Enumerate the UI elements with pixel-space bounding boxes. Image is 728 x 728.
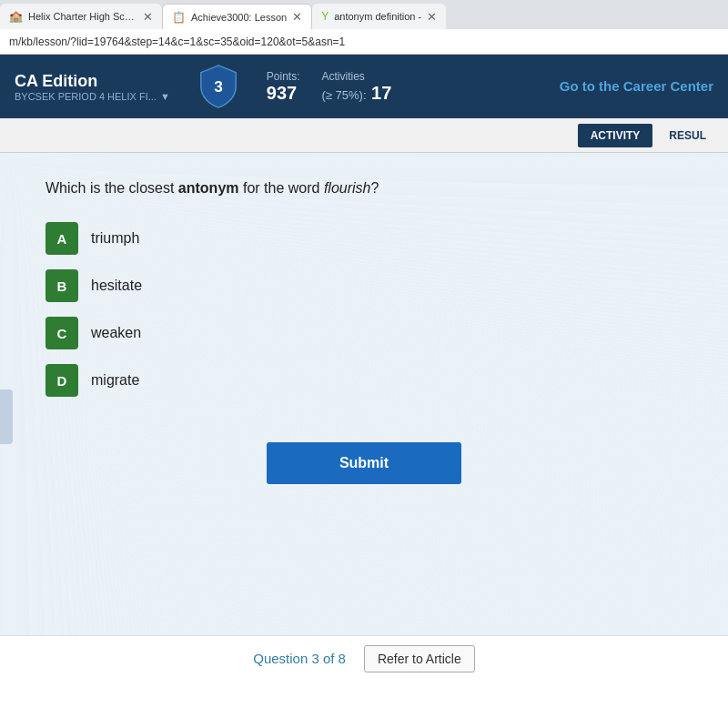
points-block: Points: 937 — [267, 70, 300, 104]
question-bold: antonym — [178, 180, 239, 196]
activities-value: (≥ 75%): 17 — [321, 83, 391, 104]
question-text-middle: for the word — [239, 180, 324, 196]
brand-title: CA Edition — [15, 72, 170, 91]
submit-container: Submit — [36, 442, 692, 484]
option-d[interactable]: D migrate — [46, 364, 692, 397]
tab-achieve-close[interactable]: ✕ — [292, 10, 302, 24]
tab-achieve[interactable]: 📋 Achieve3000: Lesson ✕ — [162, 4, 312, 29]
tab-antonym[interactable]: Y antonym definition - ✕ — [312, 4, 446, 29]
option-a-text: triumph — [91, 230, 139, 247]
activities-block: Activities (≥ 75%): 17 — [321, 70, 391, 104]
option-a[interactable]: A triumph — [46, 222, 692, 255]
option-c[interactable]: C weaken — [46, 317, 692, 349]
option-a-letter: A — [46, 222, 78, 255]
header-stats: Points: 937 Activities (≥ 75%): 17 — [267, 70, 392, 104]
svg-text:3: 3 — [214, 77, 223, 96]
tab-antonym-close[interactable]: ✕ — [427, 10, 437, 24]
activity-tabs-bar: ACTIVITY RESUL — [0, 118, 728, 153]
browser-tabs-bar: 🏫 Helix Charter High School ✕ 📋 Achieve3… — [0, 0, 728, 29]
option-c-text: weaken — [91, 325, 141, 341]
option-d-text: migrate — [91, 372, 139, 389]
bottom-bar: Question 3 of 8 Refer to Article — [0, 635, 728, 681]
question-text-after: ? — [370, 180, 379, 196]
app-header: CA Edition BYCSEK PERIOD 4 HELIX FI... ▼… — [0, 55, 728, 118]
url-text: m/kb/lesson/?lid=19764&step=14&c=1&sc=35… — [9, 35, 345, 48]
address-bar: m/kb/lesson/?lid=19764&step=14&c=1&sc=35… — [0, 29, 728, 55]
tab-activity[interactable]: ACTIVITY — [578, 124, 653, 147]
question-text-before: Which is the closest — [46, 180, 178, 196]
tab-helix-label: Helix Charter High School — [28, 11, 137, 22]
question-text: Which is the closest antonym for the wor… — [46, 180, 692, 197]
question-progress: Question 3 of 8 — [253, 651, 346, 666]
tab-helix-close[interactable]: ✕ — [143, 10, 153, 24]
tab-achieve-icon: 📋 — [172, 11, 186, 24]
dropdown-icon[interactable]: ▼ — [160, 91, 170, 102]
main-content: Which is the closest antonym for the wor… — [0, 153, 728, 681]
tab-achieve-label: Achieve3000: Lesson — [191, 12, 287, 23]
points-label: Points: — [267, 70, 300, 83]
tab-helix[interactable]: 🏫 Helix Charter High School ✕ — [0, 4, 162, 29]
scroll-left-handle[interactable] — [0, 389, 13, 444]
option-b-text: hesitate — [91, 278, 142, 294]
option-b-letter: B — [46, 269, 78, 302]
question-italic: flourish — [324, 180, 371, 196]
refer-article-button[interactable]: Refer to Article — [364, 645, 475, 672]
career-center-button[interactable]: Go to the Career Center — [560, 77, 713, 96]
header-subtitle: BYCSEK PERIOD 4 HELIX FI... ▼ — [15, 91, 170, 102]
points-value: 937 — [267, 83, 300, 104]
option-c-letter: C — [46, 317, 78, 349]
tab-helix-icon: 🏫 — [9, 10, 23, 23]
shield-badge: 3 — [197, 64, 239, 109]
activities-label: Activities — [321, 70, 391, 83]
submit-button[interactable]: Submit — [267, 442, 461, 484]
option-b[interactable]: B hesitate — [46, 269, 692, 302]
tab-antonym-label: antonym definition - — [334, 11, 421, 22]
subtitle-text: BYCSEK PERIOD 4 HELIX FI... — [15, 91, 157, 102]
option-d-letter: D — [46, 364, 78, 397]
tab-antonym-icon: Y — [321, 10, 329, 23]
brand-block: CA Edition BYCSEK PERIOD 4 HELIX FI... ▼ — [15, 72, 170, 102]
tab-results[interactable]: RESUL — [656, 124, 719, 147]
